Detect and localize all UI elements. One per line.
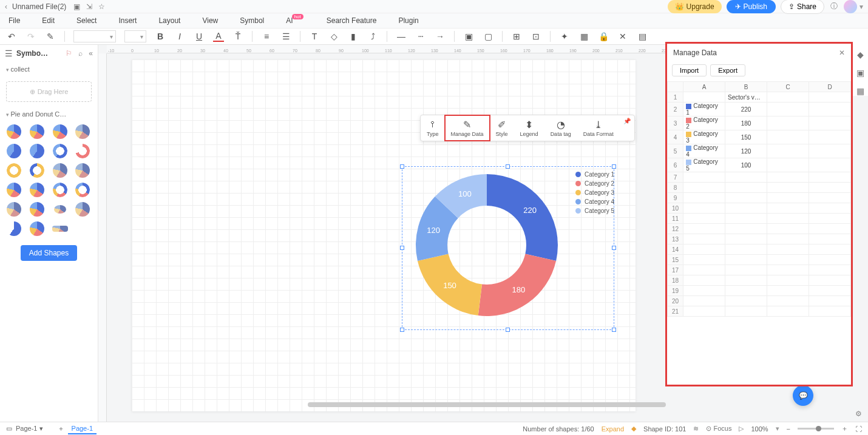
avatar-menu-chevron-icon[interactable]: ▾ xyxy=(860,2,863,11)
settings-icon[interactable]: ⚙ xyxy=(855,410,862,418)
open-icon[interactable]: ⇲ xyxy=(86,2,92,11)
theme-icon[interactable]: ◆ xyxy=(857,50,864,59)
shape-thumb[interactable] xyxy=(73,201,92,217)
panel-tag-icon[interactable]: ⚐ xyxy=(66,49,72,58)
shape-thumb[interactable] xyxy=(51,124,69,140)
shape-thumb[interactable] xyxy=(73,182,92,198)
font-selector[interactable]: ▾ xyxy=(73,30,116,42)
layout-mode-icon[interactable]: ▭ xyxy=(6,425,12,433)
crop-icon[interactable]: ⊡ xyxy=(531,31,541,42)
search-icon[interactable]: ⌕ xyxy=(78,49,83,58)
arrow-icon[interactable]: → xyxy=(435,31,446,42)
text-format-icon[interactable]: Ť xyxy=(232,31,243,42)
highlight-icon[interactable]: ▮ xyxy=(348,31,359,42)
shape-thumb[interactable] xyxy=(73,163,92,178)
import-button[interactable]: Import xyxy=(672,64,707,76)
export-button[interactable]: Export xyxy=(710,64,745,76)
chart-toolbar-data-format[interactable]: ⤓Data Format xyxy=(577,115,620,141)
align-center-icon[interactable]: ☰ xyxy=(280,31,291,42)
text-tool-icon[interactable]: T xyxy=(309,31,320,42)
shape-thumb[interactable] xyxy=(73,124,92,140)
menu-file[interactable]: File xyxy=(8,16,20,25)
expand-link[interactable]: Expand xyxy=(602,425,624,433)
presentation-icon[interactable]: ▷ xyxy=(739,425,744,433)
shape-thumb[interactable] xyxy=(51,143,69,159)
tools-icon[interactable]: ✕ xyxy=(617,31,628,42)
shape-thumb[interactable] xyxy=(5,201,23,217)
menu-insert[interactable]: Insert xyxy=(118,16,137,25)
section-pie[interactable]: Pie and Donut C… xyxy=(0,107,98,121)
save-icon[interactable]: ▣ xyxy=(73,2,80,11)
star-icon[interactable]: ☆ xyxy=(98,2,105,11)
lock-icon[interactable]: 🔒 xyxy=(598,31,609,42)
selection-box[interactable] xyxy=(402,166,614,330)
menu-search[interactable]: Search Feature xyxy=(327,16,377,25)
file-name[interactable]: Unnamed File(2) xyxy=(12,2,66,11)
shape-thumb[interactable] xyxy=(28,124,46,140)
chart-toolbar-style[interactable]: ✐Style xyxy=(490,115,514,141)
align-left-icon[interactable]: ≡ xyxy=(261,31,272,42)
layer-front-icon[interactable]: ▣ xyxy=(463,31,474,42)
font-size-selector[interactable]: ▾ xyxy=(124,30,146,42)
avatar[interactable] xyxy=(844,0,857,13)
paint-icon[interactable]: ✎ xyxy=(45,31,56,42)
add-page-icon[interactable]: ＋ xyxy=(58,424,64,433)
shape-thumb[interactable] xyxy=(28,201,46,217)
line-dash-icon[interactable]: ┄ xyxy=(415,31,426,42)
upgrade-button[interactable]: 👑 Upgrade xyxy=(668,0,722,13)
section-collect[interactable]: collect xyxy=(0,62,98,76)
shape-thumb[interactable] xyxy=(5,163,23,178)
shape-thumb[interactable] xyxy=(51,163,69,178)
help-icon[interactable]: ⓘ xyxy=(830,1,838,12)
page-tab[interactable]: Page-1 xyxy=(68,423,97,434)
layers-icon[interactable]: ≋ xyxy=(693,425,699,433)
shape-thumb[interactable] xyxy=(5,182,23,198)
upgrade-hint-icon[interactable]: ◆ xyxy=(631,425,636,433)
chart-toolbar-legend[interactable]: ⬍Legend xyxy=(514,115,544,141)
shape-thumb[interactable] xyxy=(28,163,46,178)
connector-icon[interactable]: ⤴ xyxy=(367,31,378,42)
redo-icon[interactable]: ↷ xyxy=(25,31,36,42)
fill-icon[interactable]: ◇ xyxy=(328,31,339,42)
data-sheet[interactable]: ABCD1Sector's v…2Category 12203Category … xyxy=(667,81,851,317)
italic-icon[interactable]: I xyxy=(174,31,185,42)
bold-icon[interactable]: B xyxy=(155,31,166,42)
menu-view[interactable]: View xyxy=(202,16,218,25)
pin-icon[interactable]: 📌 xyxy=(620,115,634,141)
effects-icon[interactable]: ✦ xyxy=(559,31,570,42)
undo-icon[interactable]: ↶ xyxy=(6,31,17,42)
zoom-slider[interactable] xyxy=(798,428,834,430)
shape-thumb[interactable] xyxy=(73,143,92,159)
line-style-icon[interactable]: — xyxy=(396,31,407,42)
publish-button[interactable]: ✈ Publish xyxy=(727,0,776,13)
image-icon[interactable]: ▦ xyxy=(578,31,589,42)
zoom-in-icon[interactable]: ＋ xyxy=(841,424,848,433)
menu-select[interactable]: Select xyxy=(76,16,97,25)
page-selector[interactable]: Page-1 ▾ xyxy=(16,425,43,433)
panel-menu-icon[interactable]: ☰ xyxy=(5,49,13,58)
chat-fab[interactable]: 💬 xyxy=(793,385,813,406)
table-icon[interactable]: ▤ xyxy=(637,31,648,42)
back-icon[interactable]: ‹ xyxy=(5,2,7,11)
grid-icon[interactable]: ▦ xyxy=(856,86,864,96)
zoom-out-icon[interactable]: − xyxy=(787,425,790,433)
shape-thumb[interactable] xyxy=(28,182,46,198)
font-color-icon[interactable]: A xyxy=(213,31,224,42)
close-icon[interactable]: ✕ xyxy=(839,49,845,57)
add-shapes-button[interactable]: Add Shapes xyxy=(21,245,77,261)
menu-plugin[interactable]: Plugin xyxy=(398,16,418,25)
menu-ai[interactable]: AIhot xyxy=(286,16,304,25)
shape-thumb[interactable] xyxy=(5,124,23,140)
properties-icon[interactable]: ▣ xyxy=(856,68,864,78)
drag-here-zone[interactable]: ⊕ Drag Here xyxy=(6,81,92,102)
horizontal-scrollbar[interactable] xyxy=(308,402,666,407)
shape-thumb[interactable] xyxy=(5,143,23,159)
zoom-value[interactable]: 100% xyxy=(751,425,768,433)
share-button[interactable]: ⇪ Share xyxy=(781,0,824,14)
menu-symbol[interactable]: Symbol xyxy=(240,16,264,25)
shape-thumb[interactable] xyxy=(28,143,46,159)
fullscreen-icon[interactable]: ⛶ xyxy=(855,425,862,433)
shape-thumb[interactable] xyxy=(51,182,69,198)
menu-edit[interactable]: Edit xyxy=(42,16,55,25)
underline-icon[interactable]: U xyxy=(194,31,205,42)
